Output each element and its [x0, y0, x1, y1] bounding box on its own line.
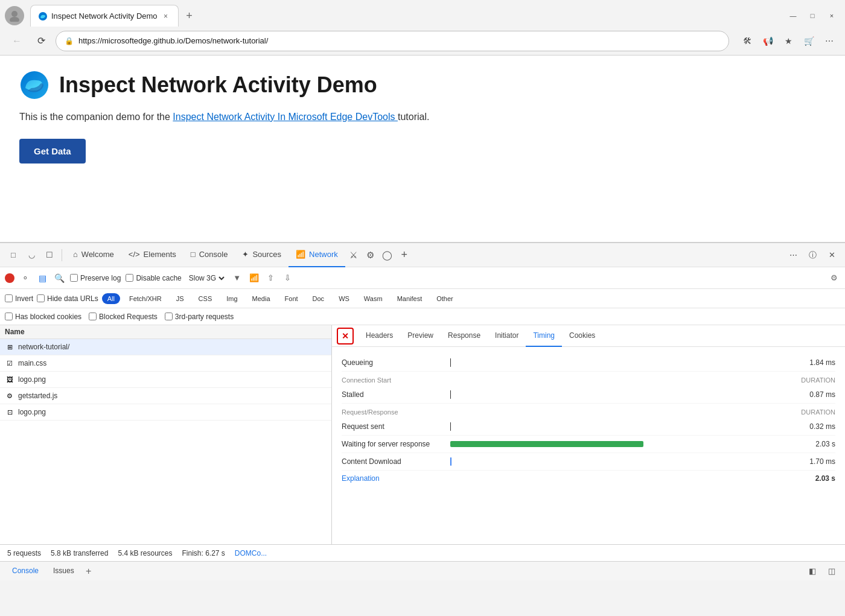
file-row-main-css[interactable]: ☑ main.css	[0, 355, 331, 372]
third-party-checkbox[interactable]: 3rd-party requests	[165, 313, 234, 321]
filter-chip-ws[interactable]: WS	[333, 293, 355, 304]
read-aloud-icon[interactable]: 📢	[759, 33, 776, 49]
file-row-logo-png-1[interactable]: 🖼 logo.png	[0, 372, 331, 388]
tab-browser-icon[interactable]: ◯	[379, 247, 396, 264]
add-tab-button[interactable]: +	[396, 247, 413, 264]
waiting-label: Waiting for server response	[342, 440, 450, 448]
edge-logo-icon	[19, 70, 49, 100]
tab-settings-icon[interactable]: ⚙	[362, 247, 379, 264]
file-row-logo-png-2[interactable]: ⊡ logo.png	[0, 404, 331, 421]
blocked-cookies-checkbox[interactable]: Has blocked cookies	[5, 313, 81, 321]
device-emulation-tool[interactable]: ◡	[23, 247, 40, 264]
clear-button[interactable]: ⚬	[19, 272, 31, 284]
tab-network[interactable]: 📶 Network	[289, 243, 345, 267]
favorites-icon[interactable]: ★	[780, 33, 797, 49]
record-button[interactable]	[5, 273, 14, 283]
get-data-button[interactable]: Get Data	[19, 139, 86, 164]
name-column-header: Name	[5, 328, 25, 336]
detail-tab-cookies[interactable]: Cookies	[562, 325, 602, 347]
file-row-network-tutorial[interactable]: ⊞ network-tutorial/	[0, 339, 331, 355]
download-icon[interactable]: ⇩	[282, 272, 294, 284]
folder-icon: ⊞	[5, 342, 14, 352]
image-file-icon: 🖼	[5, 375, 14, 384]
filter-chip-doc[interactable]: Doc	[307, 293, 330, 304]
detail-tab-preview[interactable]: Preview	[400, 325, 441, 347]
detail-tab-headers[interactable]: Headers	[359, 325, 400, 347]
address-bar: ← ⟳ 🔒 https://microsoftedge.github.io/De…	[0, 27, 845, 56]
detail-tab-initiator[interactable]: Initiator	[488, 325, 526, 347]
more-tools-button[interactable]: ⋯	[785, 247, 802, 264]
bottom-tab-issues[interactable]: Issues	[46, 562, 81, 581]
filter-chip-other[interactable]: Other	[431, 293, 459, 304]
waiting-duration: 2.03 s	[787, 440, 835, 448]
minimize-button[interactable]: —	[785, 7, 802, 24]
refresh-button[interactable]: ⟳	[31, 31, 51, 51]
back-button[interactable]: ←	[7, 31, 27, 51]
add-tab-plus-button[interactable]: +	[81, 564, 96, 579]
inspect-element-tool[interactable]: □	[5, 247, 22, 264]
close-devtools-button[interactable]: ✕	[823, 247, 840, 264]
dom-content-link[interactable]: DOMCo...	[235, 549, 267, 557]
invert-label: Invert	[15, 294, 33, 303]
queueing-bar	[450, 358, 787, 367]
detail-tab-timing[interactable]: Timing	[526, 325, 562, 347]
explanation-link[interactable]: Explanation	[342, 474, 380, 483]
timing-content-download-row: Content Download 1.70 ms	[342, 453, 835, 471]
filter-chip-js[interactable]: JS	[171, 293, 190, 304]
filter-chip-css[interactable]: CSS	[193, 293, 218, 304]
detail-panel: ✕ Headers Preview Response Initiator Tim…	[332, 325, 845, 544]
collections-icon[interactable]: 🛒	[800, 33, 817, 49]
close-window-button[interactable]: ×	[823, 7, 840, 24]
throttle-dropdown-icon[interactable]: ▼	[231, 272, 243, 284]
help-button[interactable]: ⓘ	[804, 247, 821, 264]
wifi-icon[interactable]: 📶	[248, 272, 260, 284]
throttle-select[interactable]: Slow 3G	[187, 273, 226, 283]
waiting-bar	[450, 439, 787, 449]
filter-chip-font[interactable]: Font	[279, 293, 304, 304]
filter-chip-all[interactable]: All	[102, 293, 120, 304]
filter-chip-manifest[interactable]: Manifest	[392, 293, 428, 304]
explanation-total-duration: 2.03 s	[815, 474, 835, 483]
sources-icon: ✦	[242, 250, 249, 259]
search-button[interactable]: 🔍	[53, 272, 65, 284]
third-party-label: 3rd-party requests	[175, 313, 234, 321]
tab-close-button[interactable]: ×	[161, 11, 171, 21]
network-settings-icon[interactable]: ⚙	[828, 272, 840, 284]
bottom-tab-console[interactable]: Console	[5, 562, 46, 581]
detail-close-button[interactable]: ✕	[337, 328, 354, 345]
profile-icon[interactable]	[5, 6, 24, 25]
timing-stalled-row: Stalled 0.87 ms	[342, 386, 835, 404]
upload-icon[interactable]: ⇧	[265, 272, 277, 284]
tab-welcome[interactable]: ⌂ Welcome	[66, 243, 121, 267]
tab-sources[interactable]: ✦ Sources	[235, 243, 289, 267]
filter-chip-img[interactable]: Img	[221, 293, 243, 304]
tab-elements[interactable]: </> Elements	[121, 243, 183, 267]
devtools-more-actions: ⋯ ⓘ ✕	[785, 247, 840, 264]
briefcase-icon[interactable]: 🛠	[739, 33, 756, 49]
tab-console[interactable]: □ Console	[183, 243, 235, 267]
tab-console-label: Console	[199, 250, 228, 259]
devtools-link[interactable]: Inspect Network Activity In Microsoft Ed…	[173, 112, 398, 122]
undock-devtools-button[interactable]: ◧	[804, 563, 821, 580]
invert-checkbox[interactable]: Invert	[5, 294, 33, 303]
filter-chip-wasm[interactable]: Wasm	[359, 293, 388, 304]
close-drawer-tool[interactable]: ☐	[41, 247, 58, 264]
filter-row2: Has blocked cookies Blocked Requests 3rd…	[0, 308, 845, 325]
active-tab[interactable]: Inspect Network Activity Demo ×	[30, 5, 179, 27]
new-tab-button[interactable]: +	[181, 7, 198, 24]
disable-cache-checkbox[interactable]: Disable cache	[126, 274, 181, 282]
filter-chip-media[interactable]: Media	[247, 293, 276, 304]
filter-button[interactable]: ▤	[36, 272, 48, 284]
file-row-getstarted-js[interactable]: ⚙ getstarted.js	[0, 388, 331, 404]
blocked-requests-checkbox[interactable]: Blocked Requests	[89, 313, 158, 321]
more-icon[interactable]: ⋯	[821, 33, 838, 49]
tab-elements-label: Elements	[144, 250, 176, 259]
dock-devtools-button[interactable]: ◫	[823, 563, 840, 580]
tab-performance-icon[interactable]: ⚔	[345, 247, 362, 264]
preserve-log-checkbox[interactable]: Preserve log	[70, 274, 121, 282]
filter-chip-fetch[interactable]: Fetch/XHR	[124, 293, 167, 304]
detail-tab-response[interactable]: Response	[441, 325, 488, 347]
maximize-button[interactable]: □	[804, 7, 821, 24]
hide-data-urls-checkbox[interactable]: Hide data URLs	[37, 294, 98, 303]
url-bar[interactable]: 🔒 https://microsoftedge.github.io/Demos/…	[56, 31, 729, 51]
